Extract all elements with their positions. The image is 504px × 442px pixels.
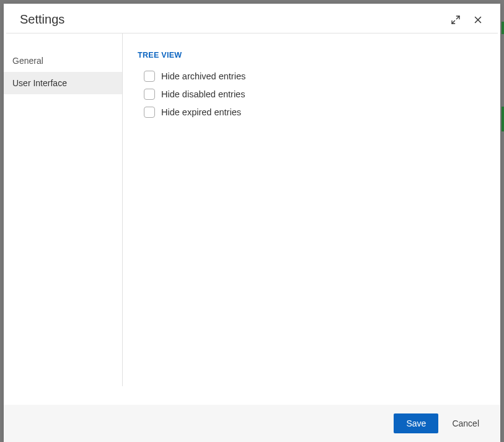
modal-header: Settings [6, 4, 498, 33]
sidebar-item-general[interactable]: General [4, 50, 122, 72]
checkbox-icon[interactable] [144, 107, 155, 118]
checkbox-label: Hide disabled entries [161, 89, 245, 99]
svg-line-1 [452, 20, 455, 24]
checkbox-icon[interactable] [144, 89, 155, 100]
checkbox-label: Hide expired entries [161, 107, 241, 117]
expand-icon[interactable] [449, 14, 462, 26]
option-hide-archived[interactable]: Hide archived entries [144, 71, 485, 82]
option-hide-disabled[interactable]: Hide disabled entries [144, 89, 485, 100]
settings-content: TREE VIEW Hide archived entries Hide dis… [123, 33, 500, 405]
checkbox-icon[interactable] [144, 71, 155, 82]
modal-body: General User Interface TREE VIEW Hide ar… [4, 33, 500, 405]
tree-view-options: Hide archived entries Hide disabled entr… [138, 71, 485, 118]
close-icon[interactable] [472, 14, 484, 26]
checkbox-label: Hide archived entries [161, 71, 245, 81]
option-hide-expired[interactable]: Hide expired entries [144, 107, 485, 118]
modal-footer: Save Cancel [4, 405, 500, 442]
save-button[interactable]: Save [394, 413, 438, 433]
modal-title: Settings [20, 12, 64, 27]
section-title-tree-view: TREE VIEW [138, 51, 485, 60]
sidebar-item-user-interface[interactable]: User Interface [4, 72, 122, 94]
settings-sidebar: General User Interface [4, 33, 123, 386]
settings-modal: Settings General User Interface [4, 4, 500, 442]
header-actions [449, 14, 484, 26]
cancel-button[interactable]: Cancel [446, 413, 485, 433]
svg-line-0 [456, 16, 459, 19]
